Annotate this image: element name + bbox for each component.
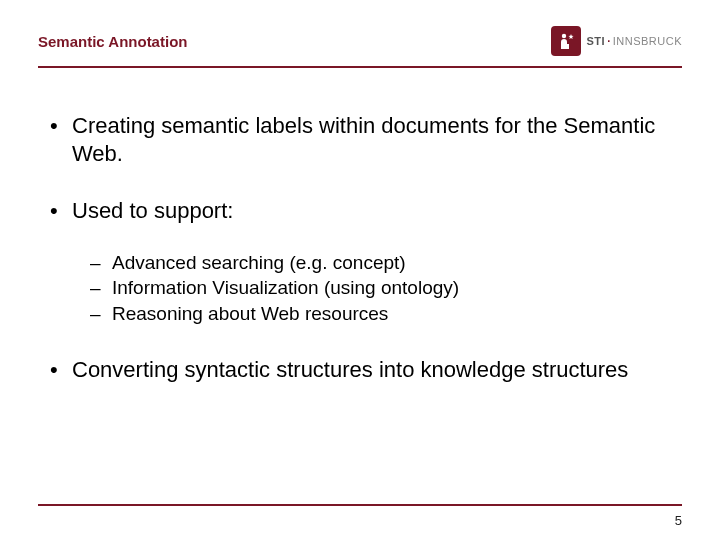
logo-text: STI·INNSBRUCK bbox=[587, 35, 682, 47]
sub-bullet-item: Information Visualization (using ontolog… bbox=[90, 276, 674, 300]
page-number: 5 bbox=[675, 513, 682, 528]
sub-bullet-text: Information Visualization (using ontolog… bbox=[112, 277, 459, 298]
bullet-item: Converting syntactic structures into kno… bbox=[46, 356, 674, 384]
logo-text-sub: INNSBRUCK bbox=[613, 35, 682, 47]
bullet-item: Used to support: Advanced searching (e.g… bbox=[46, 197, 674, 326]
slide-title: Semantic Annotation bbox=[38, 33, 187, 50]
slide: Semantic Annotation STI·INNSBRUCK Creati… bbox=[0, 0, 720, 540]
bullet-item: Creating semantic labels within document… bbox=[46, 112, 674, 167]
sub-bullet-text: Reasoning about Web resources bbox=[112, 303, 388, 324]
logo: STI·INNSBRUCK bbox=[551, 26, 682, 56]
logo-badge bbox=[551, 26, 581, 56]
sub-bullet-item: Advanced searching (e.g. concept) bbox=[90, 251, 674, 275]
slide-header: Semantic Annotation STI·INNSBRUCK bbox=[38, 22, 682, 60]
bullet-text: Creating semantic labels within document… bbox=[72, 113, 655, 166]
person-star-icon bbox=[556, 31, 576, 51]
bullet-list: Creating semantic labels within document… bbox=[46, 112, 674, 383]
sub-bullet-list: Advanced searching (e.g. concept) Inform… bbox=[72, 251, 674, 326]
footer-divider bbox=[38, 504, 682, 506]
sub-bullet-item: Reasoning about Web resources bbox=[90, 302, 674, 326]
slide-body: Creating semantic labels within document… bbox=[38, 68, 682, 383]
logo-text-sep: · bbox=[605, 35, 613, 47]
bullet-text: Used to support: bbox=[72, 198, 233, 223]
svg-point-0 bbox=[561, 34, 565, 38]
logo-text-main: STI bbox=[587, 35, 606, 47]
sub-bullet-text: Advanced searching (e.g. concept) bbox=[112, 252, 406, 273]
bullet-text: Converting syntactic structures into kno… bbox=[72, 357, 628, 382]
